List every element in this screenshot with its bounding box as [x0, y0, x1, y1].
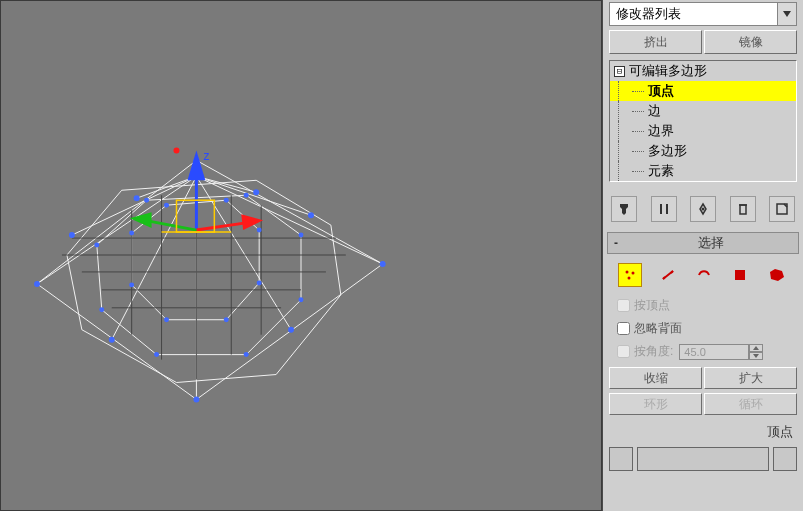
viewport-scene: z [1, 1, 601, 510]
spinner-down-icon[interactable] [749, 352, 763, 360]
grow-button[interactable]: 扩大 [704, 367, 797, 389]
svg-point-26 [308, 212, 314, 218]
svg-line-2 [196, 176, 382, 264]
rollup-title: 选择 [624, 234, 798, 252]
svg-point-40 [154, 352, 159, 357]
svg-point-32 [164, 317, 169, 322]
svg-marker-64 [753, 346, 759, 350]
svg-point-61 [628, 277, 631, 280]
svg-point-39 [99, 307, 104, 312]
svg-rect-57 [740, 205, 746, 214]
show-end-result-icon[interactable] [651, 196, 677, 222]
chevron-down-icon [783, 11, 791, 17]
configure-sets-icon[interactable] [769, 196, 795, 222]
stack-root-label: 可编辑多边形 [629, 62, 707, 80]
extrude-button[interactable]: 挤出 [609, 30, 702, 54]
bottom-toolbar [609, 447, 797, 471]
stack-item-border[interactable]: 边界 [610, 121, 796, 141]
viewport[interactable]: z [0, 0, 602, 511]
axis-z-label: z [203, 149, 209, 163]
svg-point-30 [129, 231, 134, 236]
spinner-up-icon[interactable] [749, 344, 763, 352]
stack-item-vertex[interactable]: 顶点 [610, 81, 796, 101]
svg-line-4 [196, 176, 291, 329]
subobject-selector [611, 262, 795, 288]
svg-point-28 [253, 189, 259, 195]
subobj-edge-icon[interactable] [657, 264, 679, 286]
shrink-button[interactable]: 收缩 [609, 367, 702, 389]
modifier-stack[interactable]: ⊟ 可编辑多边形 顶点 边 边界 多边形 元素 [609, 60, 797, 182]
bottom-tool-2[interactable] [773, 447, 797, 471]
modify-panel: 修改器列表 挤出 镜像 ⊟ 可编辑多边形 顶点 边 边界 多边形 元素 [602, 0, 803, 511]
svg-marker-55 [783, 11, 791, 17]
bottom-tool-1[interactable] [609, 447, 633, 471]
subobj-element-icon[interactable] [766, 264, 788, 286]
ignore-backfacing-checkbox[interactable]: 忽略背面 [613, 319, 793, 338]
stack-item-element[interactable]: 元素 [610, 161, 796, 181]
angle-spinner[interactable]: 45.0 [679, 344, 749, 360]
svg-point-56 [702, 208, 705, 211]
svg-point-37 [144, 198, 149, 203]
svg-point-34 [257, 280, 262, 285]
svg-point-23 [109, 337, 115, 343]
svg-point-35 [257, 228, 262, 233]
svg-point-41 [244, 352, 249, 357]
rollup-collapse-icon: - [608, 236, 624, 250]
bottom-tool-wide[interactable] [637, 447, 769, 471]
stack-item-polygon[interactable]: 多边形 [610, 141, 796, 161]
collapse-icon[interactable]: ⊟ [614, 66, 625, 77]
svg-point-29 [164, 203, 169, 208]
dropdown-arrow-button[interactable] [777, 3, 796, 25]
svg-marker-63 [770, 269, 784, 281]
pin-stack-icon[interactable] [611, 196, 637, 222]
svg-line-1 [37, 176, 196, 284]
subobj-polygon-icon[interactable] [729, 264, 751, 286]
loop-button[interactable]: 循环 [704, 393, 797, 415]
mirror-button[interactable]: 镜像 [704, 30, 797, 54]
svg-point-31 [129, 282, 134, 287]
remove-modifier-icon[interactable] [730, 196, 756, 222]
selection-rollup-header[interactable]: - 选择 [607, 232, 799, 254]
svg-point-42 [299, 297, 304, 302]
svg-point-38 [94, 243, 99, 248]
svg-point-21 [380, 261, 386, 267]
svg-point-36 [224, 198, 229, 203]
by-vertex-checkbox[interactable]: 按顶点 [613, 296, 793, 315]
svg-point-44 [244, 193, 249, 198]
subobj-vertex-icon[interactable] [618, 263, 642, 287]
svg-rect-62 [735, 270, 745, 280]
by-angle-checkbox[interactable]: 按角度: 45.0 [613, 342, 793, 361]
svg-marker-65 [753, 354, 759, 358]
svg-point-25 [69, 232, 75, 238]
stack-root[interactable]: ⊟ 可编辑多边形 [610, 61, 796, 81]
svg-point-59 [626, 271, 629, 274]
svg-point-19 [193, 396, 199, 402]
modifier-list-dropdown[interactable]: 修改器列表 [609, 2, 797, 26]
svg-point-24 [288, 327, 294, 333]
app-root: z 修改器列表 挤出 镜像 [0, 0, 803, 511]
make-unique-icon[interactable] [690, 196, 716, 222]
svg-point-60 [632, 272, 635, 275]
svg-point-20 [34, 281, 40, 287]
svg-point-33 [224, 317, 229, 322]
ring-button[interactable]: 环形 [609, 393, 702, 415]
selection-hint: 顶点 [603, 423, 793, 441]
stack-item-edge[interactable]: 边 [610, 101, 796, 121]
modifier-list-label: 修改器列表 [610, 3, 777, 25]
svg-point-27 [134, 195, 140, 201]
subobj-border-icon[interactable] [693, 264, 715, 286]
svg-point-45 [174, 147, 180, 153]
svg-point-43 [299, 233, 304, 238]
